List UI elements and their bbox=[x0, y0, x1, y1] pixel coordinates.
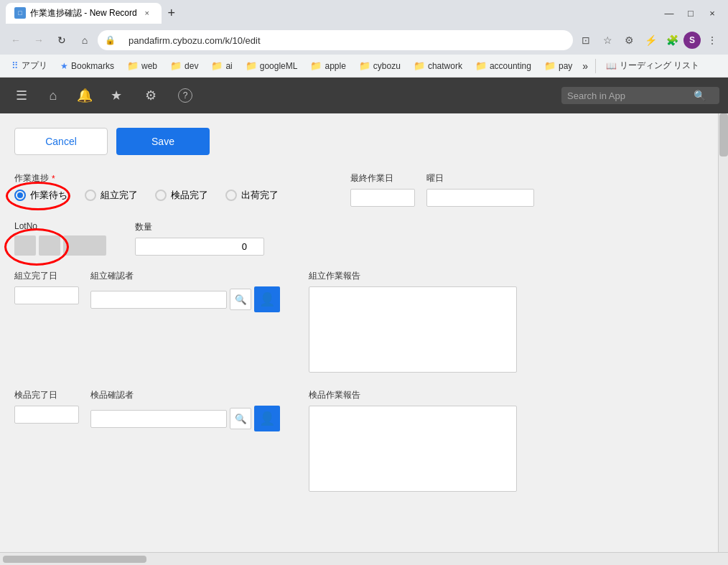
hamburger-icon: ☰ bbox=[16, 88, 27, 103]
bookmark-more[interactable]: » bbox=[579, 58, 591, 74]
home-nav-button[interactable]: ⌂ bbox=[40, 83, 66, 108]
settings-icon-button[interactable]: ⚙ bbox=[619, 30, 639, 50]
tab-title: 作業進捗確認 - New Record bbox=[30, 7, 137, 19]
assembly-confirmer-person-button[interactable]: 👤 bbox=[254, 286, 280, 312]
window-controls: — □ × bbox=[659, 3, 722, 23]
assembly-confirmer-label: 組立確認者 bbox=[90, 270, 280, 282]
bookmark-pay[interactable]: 📁 pay bbox=[538, 58, 578, 73]
vertical-scrollbar[interactable] bbox=[718, 113, 728, 552]
radio-item-assembly-done[interactable]: 組立完了 bbox=[85, 189, 138, 202]
reload-button[interactable]: ↻ bbox=[52, 30, 72, 50]
hamburger-menu-button[interactable]: ☰ bbox=[9, 83, 34, 108]
inspection-date-input[interactable] bbox=[14, 406, 79, 424]
day-of-week-label: 曜日 bbox=[426, 172, 534, 185]
date-fields: 最終作業日 曜日 bbox=[350, 172, 534, 207]
active-tab[interactable]: □ 作業進捗確認 - New Record × bbox=[6, 3, 162, 24]
folder-icon: 📁 bbox=[359, 60, 370, 71]
bookmark-icon-button[interactable]: ☆ bbox=[597, 30, 617, 50]
home-button[interactable]: ⌂ bbox=[75, 30, 95, 50]
bookmark-web[interactable]: 📁 web bbox=[121, 58, 163, 73]
address-input[interactable] bbox=[120, 30, 566, 50]
bookmark-chatwork[interactable]: 📁 chatwork bbox=[408, 58, 468, 73]
bookmark-reading-list[interactable]: 📖 リーディング リスト bbox=[600, 57, 705, 74]
folder-icon: 📁 bbox=[246, 60, 257, 71]
bell-icon: 🔔 bbox=[77, 88, 93, 103]
inspection-confirmer-search-button[interactable]: 🔍 bbox=[230, 408, 251, 429]
cast-icon-button[interactable]: ⊡ bbox=[576, 30, 596, 50]
last-work-date-label: 最終作業日 bbox=[350, 172, 415, 185]
inspection-confirmer-person-button[interactable]: 👤 bbox=[254, 406, 280, 431]
app-header: ☰ ⌂ 🔔 ★ ⚙ ? 🔍 bbox=[0, 78, 728, 113]
bookmark-googleml[interactable]: 📁 googleML bbox=[240, 58, 304, 73]
menu-dots-button[interactable]: ⋮ bbox=[702, 30, 722, 50]
last-work-date-group: 最終作業日 bbox=[350, 172, 415, 207]
new-tab-button[interactable]: + bbox=[162, 3, 182, 23]
bookmarks-bar: ⠿ アプリ ★ Bookmarks 📁 web 📁 dev 📁 ai 📁 goo… bbox=[0, 55, 728, 78]
person-icon: 👤 bbox=[259, 291, 275, 307]
inspection-left-cols: 検品完了日 検品確認者 🔍 👤 bbox=[14, 389, 280, 494]
bookmark-cybozu-label: cybozu bbox=[373, 61, 401, 71]
extension-icon-button[interactable]: ⚡ bbox=[640, 30, 661, 50]
radio-item-waiting[interactable]: 作業待ち bbox=[14, 189, 67, 202]
bookmark-bookmarks[interactable]: ★ Bookmarks bbox=[55, 59, 120, 73]
horizontal-scrollbar[interactable] bbox=[0, 552, 728, 565]
inspection-row: 検品完了日 検品確認者 🔍 👤 bbox=[14, 389, 704, 494]
profile-avatar[interactable]: S bbox=[683, 32, 701, 49]
bookmark-chatwork-label: chatwork bbox=[428, 61, 462, 71]
lock-icon: 🔒 bbox=[105, 35, 116, 45]
cancel-button[interactable]: Cancel bbox=[14, 128, 108, 155]
assembly-date-input[interactable] bbox=[14, 286, 79, 304]
bookmark-ai[interactable]: 📁 ai bbox=[205, 58, 238, 73]
lot-quantity-row: LotNo 数量 bbox=[14, 221, 704, 256]
assembly-confirmer-search-button[interactable]: 🔍 bbox=[230, 289, 251, 310]
folder-icon: 📁 bbox=[544, 60, 556, 71]
assembly-report-textarea[interactable] bbox=[309, 286, 517, 373]
favorites-star-icon: ★ bbox=[111, 88, 122, 103]
quantity-input[interactable] bbox=[135, 238, 264, 256]
assembly-confirmer-input[interactable] bbox=[90, 291, 227, 309]
inspection-confirmer-input[interactable] bbox=[90, 410, 227, 428]
app-help-button[interactable]: ? bbox=[172, 83, 198, 108]
bookmark-apps[interactable]: ⠿ アプリ bbox=[6, 57, 53, 74]
assembly-confirmer-group: 組立確認者 🔍 👤 bbox=[90, 270, 280, 312]
last-work-date-input[interactable] bbox=[350, 189, 415, 207]
status-field-label: 作業進捗 * bbox=[14, 172, 279, 185]
lot-no-group: LotNo bbox=[14, 221, 106, 256]
reading-list-icon: 📖 bbox=[606, 61, 617, 71]
browser-titlebar: □ 作業進捗確認 - New Record × + — □ × bbox=[0, 0, 728, 26]
window-close-button[interactable]: × bbox=[702, 3, 722, 23]
assembly-row: 組立完了日 組立確認者 🔍 👤 bbox=[14, 270, 704, 375]
app-gear-icon: ⚙ bbox=[145, 88, 157, 103]
app-settings-button[interactable]: ⚙ bbox=[138, 83, 164, 108]
bookmark-dev[interactable]: 📁 dev bbox=[164, 58, 204, 73]
lot-no-input-container bbox=[14, 235, 106, 256]
day-of-week-input[interactable] bbox=[426, 189, 534, 207]
scrollbar-thumb[interactable] bbox=[719, 113, 728, 157]
lot-block-2 bbox=[39, 235, 60, 256]
assembly-confirmer-input-row: 🔍 👤 bbox=[90, 286, 280, 312]
radio-circle-shipped bbox=[225, 190, 237, 201]
window-minimize-button[interactable]: — bbox=[659, 3, 679, 23]
forward-button[interactable]: → bbox=[29, 30, 49, 50]
save-button[interactable]: Save bbox=[116, 128, 210, 155]
inspection-report-textarea[interactable] bbox=[309, 406, 517, 492]
folder-icon: 📁 bbox=[414, 60, 425, 71]
favorites-button[interactable]: ★ bbox=[103, 83, 129, 108]
h-scrollbar-thumb[interactable] bbox=[3, 556, 146, 563]
app-search-input[interactable] bbox=[567, 90, 689, 101]
extension2-icon-button[interactable]: 🧩 bbox=[662, 30, 682, 50]
radio-item-shipped[interactable]: 出荷完了 bbox=[225, 189, 279, 202]
assembly-date-label: 組立完了日 bbox=[14, 270, 79, 282]
tab-close-button[interactable]: × bbox=[141, 7, 153, 19]
bookmark-cybozu[interactable]: 📁 cybozu bbox=[353, 58, 406, 73]
bookmark-accounting[interactable]: 📁 accounting bbox=[470, 58, 537, 73]
radio-circle-assembly bbox=[85, 190, 96, 201]
notification-button[interactable]: 🔔 bbox=[72, 83, 98, 108]
app-search-box[interactable]: 🔍 bbox=[561, 87, 719, 104]
inspection-report-label: 検品作業報告 bbox=[309, 389, 704, 401]
back-button[interactable]: ← bbox=[6, 30, 26, 50]
radio-item-inspection-done[interactable]: 検品完了 bbox=[155, 189, 208, 202]
bookmark-apple[interactable]: 📁 apple bbox=[304, 58, 351, 73]
status-radio-group: 作業待ち 組立完了 検品完了 出荷完了 bbox=[14, 189, 279, 202]
window-maximize-button[interactable]: □ bbox=[681, 3, 701, 23]
